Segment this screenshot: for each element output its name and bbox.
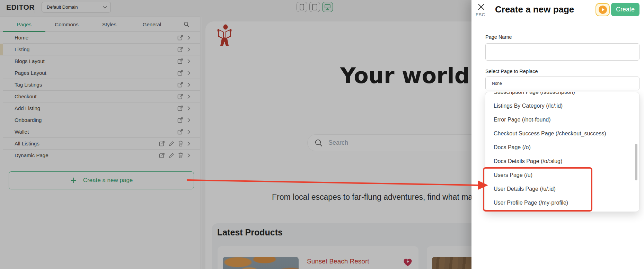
play-icon bbox=[599, 6, 607, 14]
option-error-page[interactable]: Error Page (/not-found) bbox=[485, 113, 639, 127]
replace-page-dropdown: Subscription Page (/subscription) Listin… bbox=[485, 92, 639, 212]
option-checkout-success-page[interactable]: Checkout Success Page (/checkout_success… bbox=[485, 127, 639, 141]
option-user-details-page[interactable]: User Details Page (/u/:id) bbox=[485, 182, 639, 196]
modal-title: Create a new page bbox=[495, 4, 574, 15]
replace-page-options: Subscription Page (/subscription) Listin… bbox=[485, 92, 639, 210]
close-icon[interactable] bbox=[477, 3, 486, 11]
tutorial-play-button[interactable] bbox=[596, 3, 610, 16]
replace-page-select-value: None bbox=[492, 81, 502, 86]
modal-backdrop-overlay[interactable] bbox=[0, 0, 471, 269]
option-users-page[interactable]: Users Page (/u) bbox=[485, 168, 639, 182]
option-docs-page[interactable]: Docs Page (/o) bbox=[485, 141, 639, 154]
option-listings-by-category[interactable]: Listings By Category (/lc/:id) bbox=[485, 99, 639, 113]
create-page-modal: ESC Create a new page Create Page Name S… bbox=[471, 0, 644, 269]
replace-page-select[interactable]: None bbox=[485, 77, 639, 90]
replace-page-label: Select Page to Replace bbox=[485, 69, 538, 74]
esc-hint: ESC bbox=[476, 12, 485, 17]
dropdown-scrollbar-thumb[interactable] bbox=[635, 144, 637, 180]
option-user-profile-page[interactable]: User Profile Page (/my-profile) bbox=[485, 196, 639, 210]
option-docs-details-page[interactable]: Docs Details Page (/o/:slug) bbox=[485, 154, 639, 168]
page-name-label: Page Name bbox=[485, 34, 512, 40]
create-button[interactable]: Create bbox=[611, 3, 639, 16]
option-subscription-page[interactable]: Subscription Page (/subscription) bbox=[485, 92, 639, 99]
page-name-input[interactable] bbox=[485, 43, 639, 61]
